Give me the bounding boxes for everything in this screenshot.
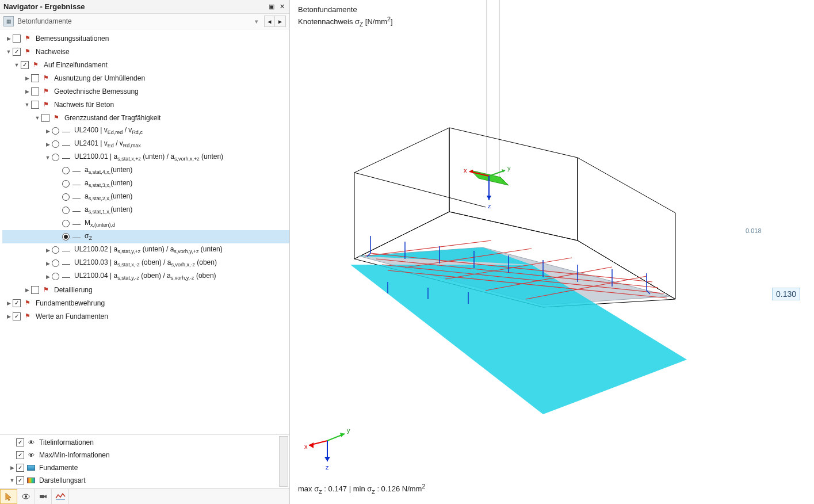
tree-item-werte[interactable]: ▶ Werte an Fundamenten [2, 310, 289, 323]
radio[interactable] [62, 233, 70, 240]
tree-item-geotech[interactable]: ▶ Geotechnische Bemessung [2, 85, 289, 98]
radio[interactable] [52, 273, 59, 280]
expand-icon[interactable]: ▶ [8, 465, 16, 471]
module-icon: ▦ [3, 16, 14, 26]
tool-result-graph[interactable] [52, 489, 69, 504]
option-darstellung[interactable]: ▼ Darstellungsart [6, 474, 289, 487]
tree-item-grenzzustand[interactable]: ▼ Grenzzustand der Tragfähigkeit [2, 111, 289, 124]
svg-marker-35 [324, 457, 330, 461]
option-maxmin[interactable]: Max/Min-Informationen [6, 449, 289, 461]
checkbox[interactable] [31, 74, 39, 82]
tool-camera[interactable] [35, 489, 52, 504]
radio[interactable] [52, 246, 59, 254]
breadcrumb-text[interactable]: Betonfundamente [17, 17, 249, 25]
tree-item-ul2100-01[interactable]: ▼ UL2100.01 | as,stat,x,+z (unten) / as,… [2, 151, 289, 164]
tree-item-ul2100-04[interactable]: ▶ UL2100.04 | as,stat,y,-z (oben) / as,v… [2, 270, 289, 283]
flag-icon [31, 60, 40, 70]
checkbox[interactable] [31, 286, 39, 294]
tree-item-einzelfundament[interactable]: ▼ Auf Einzelfundament [2, 58, 289, 71]
expand-icon[interactable]: ▶ [44, 247, 52, 253]
nav-next-button[interactable]: ► [275, 16, 285, 26]
line-icon [72, 232, 81, 242]
chevron-down-icon[interactable]: ▾ [253, 17, 261, 25]
radio[interactable] [62, 193, 70, 201]
tool-eye[interactable] [17, 489, 35, 504]
result-tree[interactable]: ▶ Bemessungssituationen ▼ Nachweise ▼ [0, 29, 289, 434]
checkbox[interactable] [16, 451, 24, 459]
option-fundamente[interactable]: ▶ Fundamente [6, 461, 289, 474]
undock-icon[interactable]: ▣ [267, 3, 276, 11]
tree-item-a1[interactable]: as,stat,1,x,(unten) [2, 204, 289, 217]
line-icon [72, 193, 81, 202]
checkbox[interactable] [41, 114, 49, 122]
radio[interactable] [52, 140, 59, 148]
viewport-canvas[interactable]: x y z [290, 0, 814, 504]
axis-gizmo[interactable]: x y z [301, 418, 353, 469]
collapse-icon[interactable]: ▼ [33, 115, 41, 121]
tool-cursor[interactable] [0, 489, 17, 504]
tree-item-ul2100-02[interactable]: ▶ UL2100.02 | as,stat,y,+z (unten) / as,… [2, 243, 289, 257]
tree-item-bemessung[interactable]: ▶ Bemessungssituationen [2, 32, 289, 45]
tree-item-a2[interactable]: as,stat,2,x,(unten) [2, 190, 289, 204]
panel-header: Navigator - Ergebnisse ▣ ✕ [0, 0, 289, 14]
close-icon[interactable]: ✕ [278, 3, 286, 11]
tree-item-a4[interactable]: as,stat,4,x,(unten) [2, 164, 289, 177]
flag-icon [23, 312, 32, 321]
expand-icon[interactable]: ▶ [23, 287, 31, 293]
tree-item-ausnutzung[interactable]: ▶ Ausnutzung der Umhüllenden [2, 71, 289, 85]
checkbox[interactable] [16, 438, 24, 446]
radio[interactable] [62, 220, 70, 227]
tree-item-detaillierung[interactable]: ▶ Detaillierung [2, 283, 289, 296]
radio[interactable] [62, 180, 70, 188]
tree-item-nachweise[interactable]: ▼ Nachweise [2, 45, 289, 58]
line-icon [62, 140, 71, 149]
tree-item-a3[interactable]: as,stat,3,x,(unten) [2, 177, 289, 190]
svg-line-9 [486, 207, 675, 213]
svg-marker-6 [354, 128, 449, 259]
tree-item-mx[interactable]: Mx,(unten),d [2, 217, 289, 230]
collapse-icon[interactable]: ▼ [5, 49, 13, 55]
nav-prev-button[interactable]: ◄ [265, 16, 275, 26]
checkbox[interactable] [13, 299, 21, 307]
expand-icon[interactable]: ▶ [44, 274, 52, 280]
checkbox[interactable] [31, 101, 39, 109]
checkbox[interactable] [13, 48, 21, 56]
checkbox[interactable] [16, 476, 24, 484]
viewport-3d[interactable]: Betonfundamente Knotennachweis σZ [N/mm2… [290, 0, 814, 504]
checkbox[interactable] [21, 61, 29, 69]
radio[interactable] [52, 259, 59, 267]
tree-item-sigma-z[interactable]: σZ [2, 230, 289, 243]
tree-item-ul2401[interactable]: ▶ UL2401 | vEd / vRd,max [2, 138, 289, 151]
radio[interactable] [52, 154, 59, 161]
expand-icon[interactable]: ▶ [23, 75, 31, 81]
panel-title: Navigator - Ergebnisse [3, 2, 85, 11]
checkbox[interactable] [13, 35, 21, 43]
scrollbar[interactable] [279, 436, 288, 487]
tree-item-fundamentbewehrung[interactable]: ▶ Fundamentbewehrung [2, 296, 289, 310]
checkbox[interactable] [13, 312, 21, 320]
expand-icon[interactable]: ▶ [5, 300, 13, 306]
expand-icon[interactable]: ▶ [44, 142, 52, 147]
eye-icon [26, 438, 36, 447]
radio[interactable] [62, 167, 70, 174]
checkbox[interactable] [31, 87, 39, 96]
checkbox[interactable] [16, 464, 24, 472]
expand-icon[interactable]: ▶ [5, 36, 13, 41]
collapse-icon[interactable]: ▼ [44, 155, 52, 161]
svg-text:z: z [326, 464, 329, 469]
expand-icon[interactable]: ▶ [23, 89, 31, 94]
radio[interactable] [52, 127, 59, 135]
tree-item-nachweis-beton[interactable]: ▼ Nachweis für Beton [2, 98, 289, 111]
collapse-icon[interactable]: ▼ [23, 102, 31, 108]
collapse-icon[interactable]: ▼ [8, 478, 16, 483]
svg-marker-29 [487, 196, 491, 200]
radio[interactable] [62, 207, 70, 214]
expand-icon[interactable]: ▶ [5, 314, 13, 319]
tree-item-ul2400[interactable]: ▶ UL2400 | vEd,red / vRd,c [2, 124, 289, 138]
option-titelinfo[interactable]: Titelinformationen [6, 436, 289, 449]
collapse-icon[interactable]: ▼ [13, 62, 21, 68]
expand-icon[interactable]: ▶ [44, 128, 52, 134]
tree-item-ul2100-03[interactable]: ▶ UL2100.03 | as,stat,x,-z (oben) / as,v… [2, 257, 289, 270]
expand-icon[interactable]: ▶ [44, 261, 52, 266]
svg-marker-12 [350, 265, 687, 414]
